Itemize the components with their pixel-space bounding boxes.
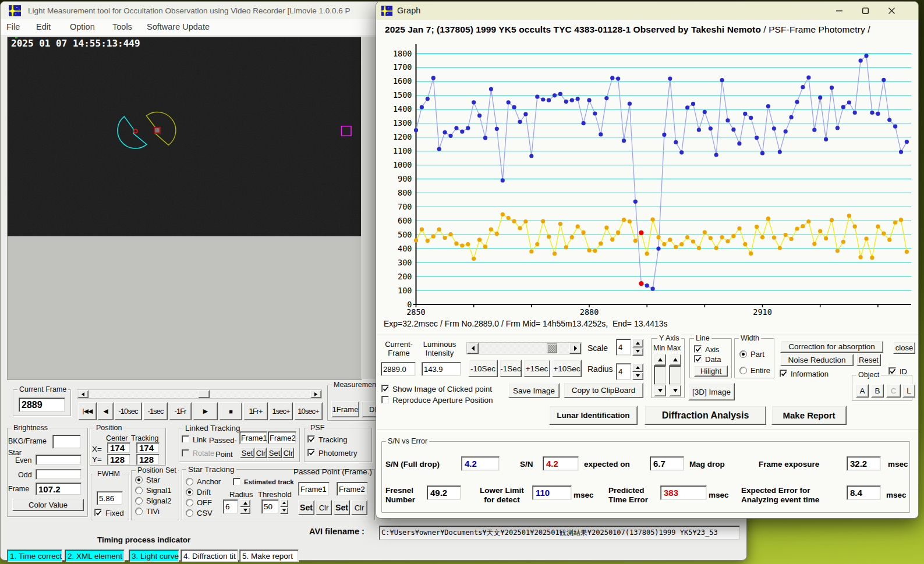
- data-point-s0-2852[interactable]: [426, 97, 430, 101]
- sn-row1-value-5[interactable]: 6.7: [650, 456, 684, 471]
- data-point-s0-2930[interactable]: [876, 112, 880, 116]
- aperture-ring-yellow[interactable]: [146, 112, 175, 146]
- sn-row2-value-1[interactable]: 49.2: [427, 485, 461, 500]
- data-point-s1-2934[interactable]: [899, 218, 903, 222]
- sn-row1-value-8[interactable]: 32.2: [847, 456, 881, 471]
- data-point-s1-2852[interactable]: [426, 239, 430, 243]
- data-point-s1-2916[interactable]: [795, 226, 799, 230]
- graph-nav-minus10sec-button[interactable]: -10Sec: [468, 360, 498, 377]
- object-l-button[interactable]: L: [902, 384, 915, 398]
- gw-luminous-intensity-value[interactable]: 143.9: [422, 362, 461, 376]
- data-point-s0-2859[interactable]: [466, 126, 470, 130]
- data-point-s1-2894[interactable]: [668, 237, 672, 242]
- sn-row1-value-3[interactable]: 4.2: [543, 456, 579, 471]
- data-point-s0-2865[interactable]: [501, 178, 505, 182]
- passed-point-frame2[interactable]: Frame2: [337, 482, 368, 496]
- object-c-button[interactable]: C: [886, 384, 901, 398]
- scale-value[interactable]: 4: [616, 339, 631, 356]
- menu-edit[interactable]: Edit: [36, 22, 51, 31]
- data-point-s1-2892[interactable]: [656, 235, 660, 239]
- data-point-s1-2854[interactable]: [437, 228, 441, 232]
- data-point-s0-2907[interactable]: [743, 112, 747, 116]
- data-point-s1-2855[interactable]: [443, 236, 447, 240]
- data-point-s0-2854[interactable]: [437, 147, 441, 151]
- data-point-s0-2857[interactable]: [454, 126, 458, 130]
- data-point-s0-2878[interactable]: [576, 97, 580, 101]
- noise-reduction-button[interactable]: Noise Reduction: [780, 354, 854, 366]
- data-point-s1-2920[interactable]: [818, 229, 822, 233]
- position-center-y[interactable]: 128: [107, 454, 130, 465]
- timing-step-1[interactable]: 1. Time correct: [7, 549, 62, 562]
- linked-set2-button[interactable]: Set: [267, 448, 282, 458]
- transport-rewind-button[interactable]: |◀◀: [78, 402, 97, 420]
- data-point-s0-2894[interactable]: [668, 77, 672, 81]
- sn-row2-value-3[interactable]: 110: [532, 485, 572, 500]
- data-point-s0-2899[interactable]: [697, 128, 701, 132]
- data-point-s1-2913[interactable]: [778, 246, 782, 250]
- data-point-s1-2924[interactable]: [841, 240, 845, 244]
- data-point-s1-2886[interactable]: [622, 218, 626, 222]
- data-point-s1-2884[interactable]: [610, 237, 614, 242]
- data-point-s0-2868[interactable]: [518, 120, 522, 124]
- data-point-s0-2879[interactable]: [582, 121, 586, 125]
- data-point-s0-2886[interactable]: [622, 139, 626, 143]
- data-point-s0-2871[interactable]: [535, 95, 539, 99]
- data-point-s1-2859[interactable]: [466, 242, 470, 246]
- data-point-s1-2926[interactable]: [853, 225, 857, 229]
- data-point-s0-2923[interactable]: [836, 126, 840, 130]
- data-point-s1-2893[interactable]: [662, 242, 666, 246]
- data-point-s0-2888[interactable]: [633, 200, 638, 204]
- data-point-s1-2935[interactable]: [905, 250, 909, 254]
- radius-spinner[interactable]: [240, 499, 250, 514]
- data-point-s0-2916[interactable]: [795, 100, 799, 104]
- ymin-up-button[interactable]: [654, 354, 666, 366]
- transport-minus-10sec-button[interactable]: -10sec: [114, 402, 142, 420]
- data-point-s0-2901[interactable]: [709, 126, 713, 130]
- data-point-s0-2925[interactable]: [847, 100, 851, 104]
- data-point-s0-2867[interactable]: [512, 105, 516, 109]
- reset-button[interactable]: Reset: [856, 354, 881, 366]
- threshold-value[interactable]: 50: [261, 499, 279, 514]
- data-point-s0-2866[interactable]: [507, 100, 511, 104]
- data-point-s0-2882[interactable]: [599, 132, 603, 136]
- data-point-s1-2928[interactable]: [864, 236, 868, 240]
- data-point-s0-2934[interactable]: [899, 150, 903, 154]
- data-point-s0-2898[interactable]: [691, 102, 695, 106]
- data-point-s1-2907[interactable]: [743, 242, 747, 246]
- save-image-button[interactable]: Save Image: [508, 383, 560, 398]
- data-point-s1-2885[interactable]: [616, 230, 620, 235]
- data-point-s1-2911[interactable]: [766, 217, 770, 221]
- graph-scrollbar-thumb[interactable]: [547, 343, 557, 353]
- data-point-s0-2922[interactable]: [830, 86, 834, 90]
- data-point-s1-2901[interactable]: [709, 236, 713, 240]
- linked-clr2-button[interactable]: Clr: [282, 448, 294, 458]
- data-point-s1-2930[interactable]: [876, 225, 880, 229]
- data-point-s1-2904[interactable]: [725, 239, 730, 243]
- frame-scrollbar-right-arrow[interactable]: [310, 390, 321, 398]
- data-point-s1-2903[interactable]: [720, 235, 724, 239]
- data-point-s1-2900[interactable]: [703, 230, 707, 234]
- data-point-s0-2929[interactable]: [870, 111, 874, 115]
- frame-brightness-value[interactable]: 107.2: [36, 483, 82, 495]
- data-point-s0-2869[interactable]: [523, 112, 528, 116]
- data-point-s0-2870[interactable]: [529, 154, 533, 158]
- data-point-s0-2914[interactable]: [784, 129, 788, 133]
- 3d-image-button[interactable]: [3D] Image: [688, 383, 735, 400]
- diffraction-analysis-button[interactable]: Diffraction Analysis: [645, 406, 766, 425]
- data-point-s1-2864[interactable]: [495, 232, 499, 236]
- make-report-button[interactable]: Make Report: [771, 406, 847, 425]
- linked-set1-button[interactable]: Set: [240, 448, 254, 458]
- gw-current-frame-value[interactable]: 2889.0: [381, 362, 416, 376]
- menu-tools[interactable]: Tools: [112, 22, 132, 31]
- data-point-s1-2905[interactable]: [731, 234, 735, 238]
- data-point-s0-2904[interactable]: [725, 118, 730, 122]
- data-point-s1-2887[interactable]: [628, 219, 632, 224]
- gw-radius-value[interactable]: 4: [616, 363, 631, 380]
- close-button[interactable]: close: [893, 342, 915, 354]
- data-point-s0-2919[interactable]: [812, 128, 816, 132]
- maximize-button[interactable]: [852, 2, 879, 20]
- menu-file[interactable]: File: [6, 22, 20, 31]
- data-point-s0-2908[interactable]: [749, 116, 753, 120]
- bkg-frame-input[interactable]: [52, 435, 81, 449]
- data-point-s0-2862[interactable]: [483, 136, 487, 140]
